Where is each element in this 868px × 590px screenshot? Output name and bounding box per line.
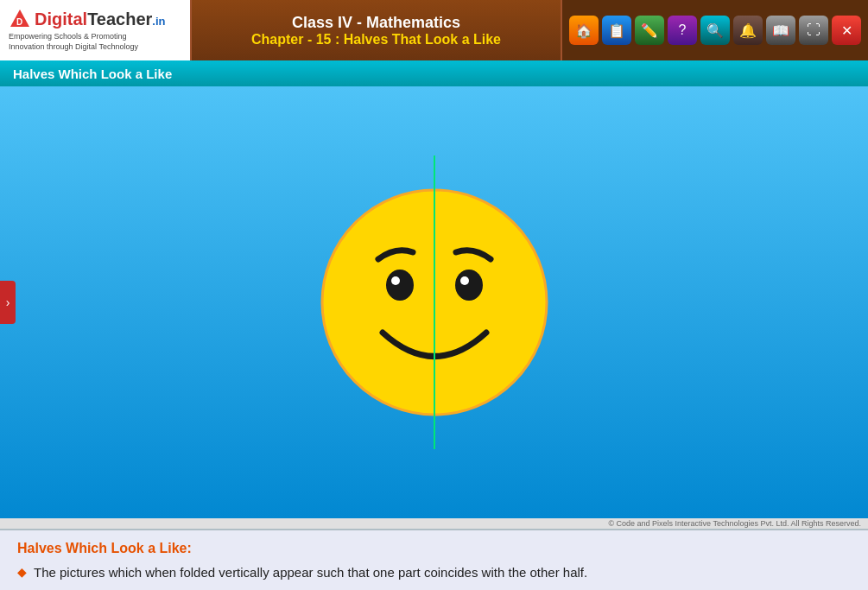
info-row: ◆ The pictures which when folded vertica…	[17, 563, 851, 583]
svg-point-4	[391, 276, 400, 285]
svg-point-5	[455, 270, 483, 301]
bookmark-tool-btn[interactable]: 📋	[602, 16, 631, 45]
chapter-subtitle: Chapter - 15 : Halves That Look a Like	[251, 32, 501, 48]
logo-icon: D	[9, 8, 31, 30]
help-tool-btn[interactable]: ?	[668, 16, 697, 45]
info-description: The pictures which when folded verticall…	[34, 563, 587, 583]
copyright-bar: © Code and Pixels Interactive Technologi…	[0, 518, 868, 529]
class-title: Class IV - Mathematics	[292, 14, 460, 32]
chapter-title-area: Class IV - Mathematics Chapter - 15 : Ha…	[190, 0, 562, 60]
main-content: ›	[0, 86, 868, 518]
edit-tool-btn[interactable]: ✏️	[635, 16, 664, 45]
toolbar: 🏠 📋 ✏️ ? 🔍 🔔 📖 ⛶ ✕	[562, 0, 868, 60]
sub-header-title: Halves Which Look a Like	[13, 67, 172, 81]
search-tool-btn[interactable]: 🔍	[700, 16, 730, 45]
logo-title: DigitalTeacher.in	[35, 8, 166, 30]
svg-point-3	[386, 270, 414, 301]
left-nav-arrow[interactable]: ›	[0, 281, 16, 324]
alert-tool-btn[interactable]: 🔔	[733, 16, 763, 45]
logo-area: D DigitalTeacher.in Empowering Schools &…	[0, 0, 190, 60]
expand-tool-btn[interactable]: ⛶	[799, 16, 828, 45]
info-section: Halves Which Look a Like: ◆ The pictures…	[0, 529, 868, 590]
diamond-icon: ◆	[17, 565, 27, 579]
close-tool-btn[interactable]: ✕	[832, 16, 861, 45]
symmetry-line	[434, 155, 435, 449]
logo-tagline: Empowering Schools & Promoting Innovatio…	[9, 32, 181, 52]
info-title: Halves Which Look a Like:	[17, 541, 851, 556]
app-header: D DigitalTeacher.in Empowering Schools &…	[0, 0, 868, 60]
svg-text:D: D	[16, 17, 22, 27]
sub-header: Halves Which Look a Like	[0, 60, 868, 86]
book-tool-btn[interactable]: 📖	[766, 16, 795, 45]
smiley-container	[314, 181, 555, 423]
svg-point-6	[460, 276, 469, 285]
home-tool-btn[interactable]: 🏠	[569, 16, 599, 45]
